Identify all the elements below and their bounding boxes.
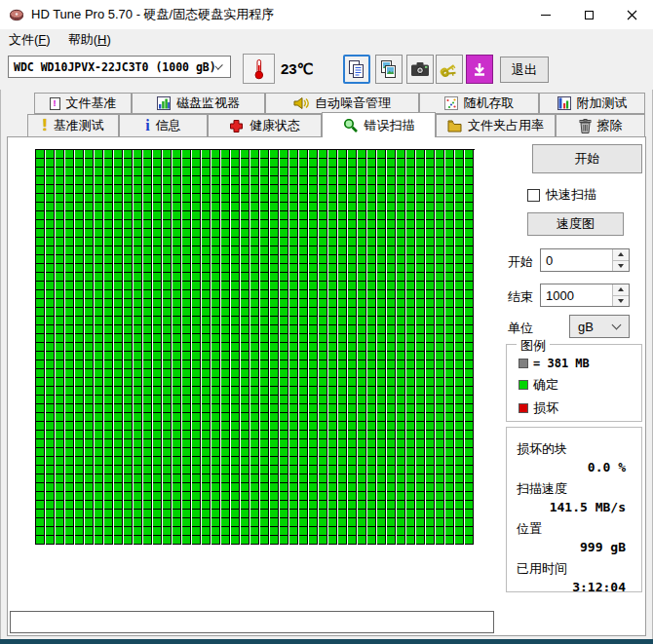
- maximize-button[interactable]: [567, 0, 610, 29]
- scan-block: [192, 413, 201, 422]
- scan-block: [163, 264, 172, 273]
- scan-block: [192, 448, 201, 457]
- scan-block: [260, 168, 269, 176]
- drive-select[interactable]: WDC WD10JPVX-22JC3T0 (1000 gB): [8, 56, 231, 78]
- spin-up-button[interactable]: [613, 249, 629, 260]
- scan-grid: [35, 149, 475, 545]
- temperature-button[interactable]: [243, 54, 275, 84]
- tab-benchmark[interactable]: ! 基准测试: [27, 114, 119, 136]
- scan-block: [289, 308, 298, 317]
- scan-block: [231, 246, 240, 255]
- scan-block: [309, 317, 318, 325]
- scan-block: [367, 203, 376, 211]
- scan-block: [192, 150, 201, 159]
- scan-block: [436, 273, 444, 282]
- tab-disk-monitor[interactable]: 磁盘监视器: [132, 93, 265, 114]
- range-start-input[interactable]: [541, 249, 612, 271]
- scan-block: [124, 317, 133, 325]
- scan-block: [358, 369, 366, 378]
- copy-image-button[interactable]: [375, 55, 403, 84]
- scan-block: [114, 510, 123, 518]
- tab-file-benchmark[interactable]: ! 文件基准: [34, 93, 132, 114]
- scan-block: [280, 431, 288, 439]
- minimize-button[interactable]: [524, 0, 567, 29]
- scan-block: [143, 168, 152, 176]
- scan-block: [289, 360, 298, 369]
- scan-block: [95, 343, 103, 352]
- download-button[interactable]: [466, 55, 493, 84]
- scan-block: [241, 229, 250, 238]
- scan-block: [221, 246, 230, 255]
- scan-block: [289, 176, 298, 185]
- scan-block: [406, 431, 415, 439]
- scan-block: [114, 369, 123, 378]
- scan-block: [348, 176, 357, 185]
- options-button[interactable]: [436, 55, 463, 84]
- scan-block: [465, 448, 474, 457]
- scan-block: [299, 474, 308, 483]
- speed-map-button[interactable]: 速度图: [527, 212, 624, 236]
- unit-select[interactable]: gB: [569, 315, 630, 338]
- scan-block: [163, 282, 172, 290]
- tab-info[interactable]: i 信息: [119, 114, 208, 136]
- scan-block: [328, 378, 337, 387]
- scan-block: [397, 466, 405, 474]
- scan-block: [377, 264, 386, 273]
- tab-erase[interactable]: 擦除: [556, 114, 645, 136]
- scan-block: [348, 387, 357, 396]
- scan-block: [95, 536, 103, 545]
- scan-block: [406, 448, 415, 457]
- scan-block: [192, 483, 201, 492]
- scan-block: [309, 299, 318, 308]
- exit-button[interactable]: 退出: [500, 57, 549, 83]
- scan-block: [358, 325, 366, 334]
- tab-extra-tests[interactable]: 附加测试: [539, 93, 645, 114]
- scan-block: [406, 343, 415, 352]
- scan-block: [260, 369, 269, 378]
- scan-block: [75, 439, 84, 448]
- close-button[interactable]: [610, 0, 653, 29]
- scan-block: [270, 474, 279, 483]
- scan-block: [436, 317, 444, 325]
- tab-error-scan[interactable]: 错误扫描: [322, 112, 436, 137]
- scan-block: [56, 352, 64, 360]
- scan-block: [367, 325, 376, 334]
- spin-up-button[interactable]: [613, 284, 629, 295]
- scan-block: [75, 308, 84, 317]
- spin-down-button[interactable]: [613, 260, 629, 272]
- spin-down-button[interactable]: [613, 295, 629, 307]
- scan-block: [406, 466, 415, 474]
- scan-block: [367, 352, 376, 360]
- tab-auto-acoustic[interactable]: 自动噪音管理: [265, 93, 419, 114]
- scan-block: [36, 431, 45, 439]
- scan-block: [75, 343, 84, 352]
- message-field[interactable]: [10, 611, 494, 633]
- scan-block: [406, 194, 415, 203]
- scan-block: [250, 238, 259, 246]
- screenshot-button[interactable]: [406, 55, 434, 84]
- menu-item-file[interactable]: 文件(F): [0, 29, 59, 51]
- scan-block: [36, 325, 45, 334]
- scan-block: [163, 413, 172, 422]
- scan-block: [134, 387, 142, 396]
- scan-block: [163, 431, 172, 439]
- tab-random-access[interactable]: 随机存取: [419, 93, 539, 114]
- scan-block: [465, 203, 474, 211]
- scan-block: [163, 168, 172, 176]
- tab-health[interactable]: 健康状态: [208, 114, 322, 136]
- quick-scan-checkbox[interactable]: [527, 189, 540, 202]
- scan-block: [231, 387, 240, 396]
- copy-text-button[interactable]: [343, 55, 370, 84]
- start-scan-button[interactable]: 开始: [532, 144, 642, 173]
- menu-item-help[interactable]: 帮助(H): [59, 29, 120, 51]
- scan-block: [143, 510, 152, 518]
- scan-block: [367, 378, 376, 387]
- scan-block: [426, 282, 435, 290]
- scan-block: [163, 518, 172, 527]
- scan-block: [241, 404, 250, 413]
- tab-folder-usage[interactable]: 文件夹占用率: [436, 114, 556, 136]
- scan-block: [426, 448, 435, 457]
- range-end-input[interactable]: [541, 284, 612, 306]
- scan-block: [436, 404, 444, 413]
- scan-block: [406, 404, 415, 413]
